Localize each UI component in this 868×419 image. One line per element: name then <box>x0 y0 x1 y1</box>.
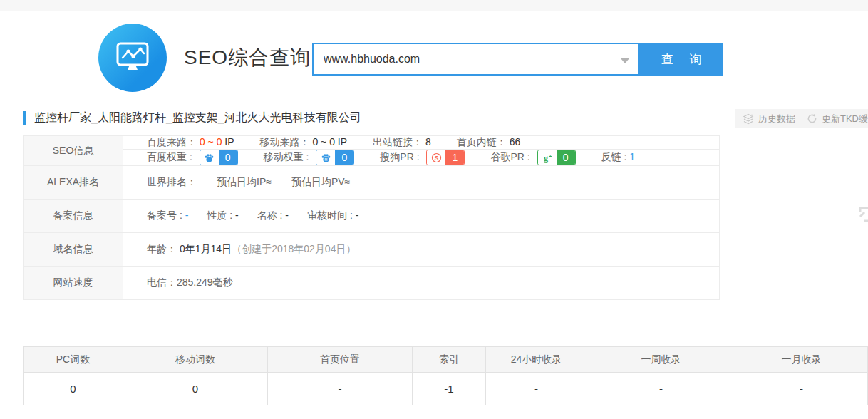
domain-age-value: 0年1月14日 <box>180 243 232 256</box>
layers-icon <box>743 113 754 125</box>
history-data-label: 历史数据 <box>758 113 795 125</box>
stats-col-24h: 24小时收录 <box>486 347 587 373</box>
sogou-pr-badge[interactable]: S 1 <box>426 150 465 165</box>
row-label-beian: 备案信息 <box>24 200 123 232</box>
baidu-traffic-unit: IP <box>224 136 234 148</box>
stats-col-pc-words: PC词数 <box>24 347 123 373</box>
mobile-traffic-value: 0 ~ 0 <box>312 136 335 148</box>
seo-info-table: SEO信息 百度来路： 0 ~ 0 IP 移动来路： 0 ~ 0 IP 出站链接… <box>23 135 720 300</box>
table-row-seo: SEO信息 百度来路： 0 ~ 0 IP 移动来路： 0 ~ 0 IP 出站链接… <box>24 136 719 166</box>
refresh-icon <box>807 113 817 124</box>
mobile-traffic-unit: IP <box>338 136 347 148</box>
table-row-domain: 域名信息 年龄： 0年1月14日 （创建于2018年02月04日） <box>24 233 719 267</box>
beian-audit-value: - <box>356 210 359 221</box>
site-title-row: 监控杆厂家_太阳能路灯杆_监控支架_河北火大光电科技有限公司 <box>23 110 361 125</box>
seo-weight-line: 百度权重 : 0 <box>123 150 719 165</box>
keyword-stats-table: PC词数 移动词数 首页位置 索引 24小时收录 一周收录 一月收录 0 0 -… <box>23 346 868 405</box>
svg-text:M: M <box>324 157 327 161</box>
outlink-label: 出站链接： <box>373 136 423 148</box>
stats-col-month: 一月收录 <box>735 347 867 373</box>
google-pr-badge[interactable]: g + 0 <box>537 150 576 165</box>
sogou-icon: S <box>427 150 445 165</box>
stats-col-mobile-words: 移动词数 <box>123 347 268 373</box>
caret-down-icon[interactable] <box>621 58 629 63</box>
google-pr-value: 0 <box>557 150 575 165</box>
table-row-beian: 备案信息 备案号 : - 性质 : - 名称 : - 审核时间 : - <box>24 200 719 233</box>
baidu-weight-label: 百度权重 : <box>147 151 192 162</box>
homelink-value: 66 <box>510 136 521 148</box>
sogou-pr-label: 搜狗PR : <box>380 151 419 162</box>
beian-number-label: 备案号 : <box>147 210 182 221</box>
stats-val-pc-words: 0 <box>24 373 123 405</box>
site-title: 监控杆厂家_太阳能路灯杆_监控支架_河北火大光电科技有限公司 <box>34 110 361 125</box>
stats-val-home-position: - <box>268 373 413 405</box>
mobile-weight-label: 移动权重 : <box>264 151 309 162</box>
svg-text:g: g <box>544 153 548 163</box>
monitor-chart-icon <box>110 34 155 81</box>
google-plus-icon: g + <box>538 150 557 165</box>
sogou-pr-value: 1 <box>445 150 464 165</box>
stats-col-week: 一周收录 <box>587 347 735 373</box>
stats-val-month: - <box>735 373 867 405</box>
speed-value: 电信：285.249毫秒 <box>147 276 233 289</box>
sidebar-widget-icon[interactable] <box>857 205 868 224</box>
history-data-button[interactable]: 历史数据 <box>735 109 802 128</box>
baidu-mobile-paw-icon: M <box>316 150 335 165</box>
search-input-wrap <box>312 43 639 76</box>
stats-val-index: -1 <box>413 373 486 405</box>
table-row-speed: 网站速度 电信：285.249毫秒 <box>24 267 719 300</box>
outlink-value: 8 <box>425 136 431 148</box>
row-label-domain: 域名信息 <box>24 233 123 266</box>
svg-text:+: + <box>549 154 552 159</box>
baidu-weight-badge[interactable]: 0 <box>200 150 238 165</box>
baidu-traffic-label: 百度来路： <box>147 136 197 148</box>
top-strip <box>0 0 868 11</box>
beian-nature-label: 性质 : <box>207 210 232 221</box>
stats-col-index: 索引 <box>413 347 486 373</box>
baidu-paw-icon <box>200 150 219 165</box>
row-label-seo: SEO信息 <box>24 136 123 165</box>
stats-col-home-position: 首页位置 <box>268 347 413 373</box>
alexa-world-rank: 世界排名： <box>147 176 197 189</box>
seo-tool-logo <box>98 24 167 92</box>
title-accent-bar <box>23 111 26 125</box>
alexa-daily-pv: 预估日均PV≈ <box>291 176 350 189</box>
svg-text:S: S <box>435 154 439 161</box>
beian-name-label: 名称 : <box>257 210 283 221</box>
google-pr-label: 谷歌PR : <box>490 151 529 162</box>
page-title: SEO综合查询 <box>184 44 311 71</box>
domain-age-label: 年龄： <box>147 243 177 256</box>
table-row-alexa: ALEXA排名 世界排名： 预估日均IP≈ 预估日均PV≈ <box>24 166 719 200</box>
mobile-traffic-label: 移动来路： <box>260 136 310 148</box>
refresh-tkd-label: 更新TKD缓存 <box>822 113 868 125</box>
stats-val-mobile-words: 0 <box>123 373 268 405</box>
backlink-label: 反链 : <box>601 151 627 162</box>
refresh-tkd-button[interactable]: 更新TKD缓存 <box>800 109 868 128</box>
domain-created-note: （创建于2018年02月04日） <box>232 243 356 256</box>
beian-audit-label: 审核时间 : <box>307 210 353 221</box>
search-box: 查 询 <box>312 43 723 76</box>
row-label-alexa: ALEXA排名 <box>24 166 123 199</box>
stats-header-row: PC词数 移动词数 首页位置 索引 24小时收录 一周收录 一月收录 <box>24 347 867 373</box>
stats-val-24h: - <box>486 373 587 405</box>
beian-name-value: - <box>285 210 289 221</box>
baidu-weight-value: 0 <box>219 150 237 165</box>
row-label-speed: 网站速度 <box>24 267 123 299</box>
stats-value-row: 0 0 - -1 - - - <box>24 373 867 405</box>
alexa-daily-ip: 预估日均IP≈ <box>217 176 272 189</box>
backlink-value[interactable]: 1 <box>629 151 635 162</box>
beian-nature-value: - <box>235 210 239 221</box>
beian-number-value[interactable]: - <box>185 210 189 221</box>
search-input[interactable] <box>314 44 638 74</box>
baidu-traffic-value: 0 ~ 0 <box>200 136 222 148</box>
seo-traffic-line: 百度来路： 0 ~ 0 IP 移动来路： 0 ~ 0 IP 出站链接： 8 首页… <box>123 136 719 150</box>
mobile-weight-value: 0 <box>335 150 353 165</box>
stats-val-week: - <box>587 373 735 405</box>
mobile-weight-badge[interactable]: M 0 <box>316 150 354 165</box>
homelink-label: 首页内链： <box>457 136 507 148</box>
query-button[interactable]: 查 询 <box>639 43 723 76</box>
